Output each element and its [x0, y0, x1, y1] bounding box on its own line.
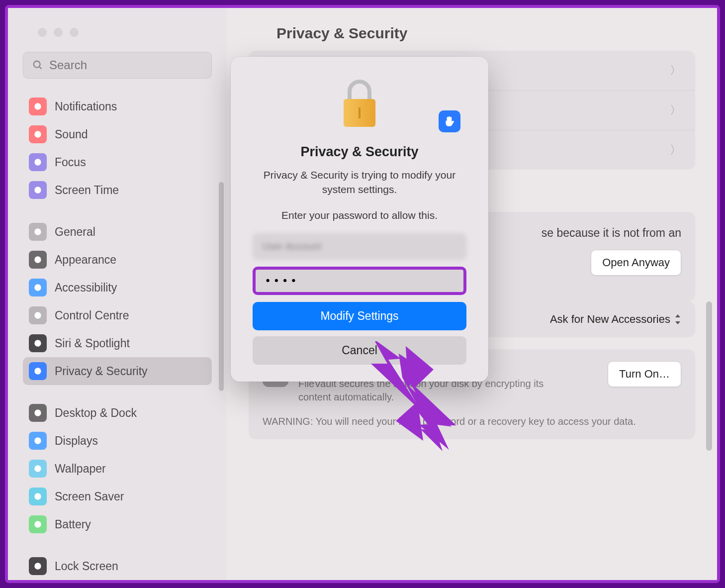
sidebar-item-label: Lock Screen — [55, 560, 118, 573]
speaker-icon — [29, 125, 47, 143]
svg-line-1 — [39, 67, 42, 69]
siri-icon — [29, 334, 47, 352]
auth-modal: Privacy & Security Privacy & Security is… — [231, 57, 488, 382]
sidebar-item-label: Appearance — [55, 253, 116, 267]
close-window-button[interactable] — [38, 28, 47, 37]
svg-point-2 — [34, 103, 41, 109]
sidebar-item-label: Control Centre — [55, 309, 129, 322]
sidebar-item-battery[interactable]: Battery — [23, 510, 212, 538]
svg-point-14 — [34, 465, 41, 472]
zoom-window-button[interactable] — [70, 28, 79, 37]
sidebar-item-privacy-security[interactable]: Privacy & Security — [23, 357, 212, 385]
modal-prompt: Enter your password to allow this. — [253, 208, 466, 222]
dock-icon — [29, 404, 47, 422]
sidebar-item-label: Privacy & Security — [55, 365, 148, 378]
main-header: Privacy & Security — [227, 8, 717, 51]
sidebar-item-accessibility[interactable]: Accessibility — [23, 274, 212, 301]
username-field[interactable]: User Account — [253, 233, 466, 260]
svg-point-3 — [34, 131, 41, 137]
svg-point-9 — [34, 312, 41, 318]
sidebar-item-displays[interactable]: Displays — [23, 427, 212, 455]
svg-point-4 — [34, 159, 41, 165]
svg-rect-20 — [359, 107, 361, 118]
sidebar-item-label: Focus — [55, 156, 86, 169]
svg-point-11 — [34, 368, 41, 374]
svg-point-17 — [34, 563, 41, 569]
bell-icon — [29, 98, 47, 115]
hand-icon — [29, 362, 47, 380]
sidebar-item-sound[interactable]: Sound — [23, 120, 212, 148]
accessibility-icon — [29, 279, 47, 296]
svg-point-8 — [34, 284, 41, 291]
chevron-right-icon: 〉 — [670, 142, 681, 158]
sidebar-item-label: Accessibility — [55, 281, 117, 294]
svg-point-7 — [34, 256, 41, 263]
sidebar-item-appearance[interactable]: Appearance — [23, 246, 212, 274]
sidebar-item-label: Wallpaper — [55, 462, 106, 476]
sidebar-item-label: General — [55, 225, 95, 239]
svg-point-15 — [34, 493, 41, 499]
svg-point-10 — [34, 340, 41, 346]
sidebar-item-label: Screen Time — [55, 184, 119, 197]
sidebar-scrollbar[interactable] — [219, 182, 224, 391]
cancel-button[interactable]: Cancel — [253, 336, 466, 365]
filevault-turn-on-button[interactable]: Turn On… — [608, 361, 681, 387]
battery-icon — [29, 515, 47, 533]
svg-point-0 — [34, 61, 40, 68]
sidebar-item-focus[interactable]: Focus — [23, 148, 212, 176]
main-scrollbar[interactable] — [706, 301, 712, 451]
page-title: Privacy & Security — [276, 25, 692, 42]
modal-title: Privacy & Security — [253, 144, 466, 160]
svg-point-5 — [34, 187, 41, 193]
switches-icon — [29, 306, 47, 324]
hourglass-icon — [29, 181, 47, 199]
search-icon — [32, 60, 43, 71]
chevron-right-icon: 〉 — [670, 63, 681, 78]
window-controls — [23, 18, 212, 52]
sidebar-item-siri-spotlight[interactable]: Siri & Spotlight — [23, 329, 212, 357]
sidebar-item-control-centre[interactable]: Control Centre — [23, 301, 212, 329]
gear-icon — [29, 223, 47, 241]
filevault-warning: WARNING: You will need your login passwo… — [263, 416, 681, 427]
sidebar-item-label: Displays — [55, 434, 98, 448]
sidebar: NotificationsSoundFocusScreen TimeGenera… — [8, 8, 227, 580]
search-input[interactable] — [49, 58, 202, 72]
sidebar-item-screen-time[interactable]: Screen Time — [23, 176, 212, 204]
lockscreen-icon — [29, 557, 47, 575]
flower-icon — [29, 460, 47, 478]
brightness-icon — [29, 432, 47, 450]
sidebar-item-label: Siri & Spotlight — [55, 337, 130, 350]
svg-point-12 — [34, 409, 41, 416]
sidebar-item-label: Screen Saver — [55, 490, 124, 503]
sidebar-item-notifications[interactable]: Notifications — [23, 93, 212, 120]
sidebar-item-screen-saver[interactable]: Screen Saver — [23, 483, 212, 510]
svg-point-16 — [34, 521, 41, 527]
accessories-select[interactable]: Ask for New Accessories — [550, 313, 681, 326]
lock-icon — [253, 77, 466, 131]
password-field[interactable]: •••• — [253, 267, 466, 295]
sidebar-item-general[interactable]: General — [23, 218, 212, 246]
chevron-updown-icon — [674, 314, 681, 324]
open-anyway-button[interactable]: Open Anyway — [591, 250, 681, 276]
sidebar-item-label: Notifications — [55, 100, 117, 113]
modal-message: Privacy & Security is trying to modify y… — [253, 168, 466, 197]
appearance-icon — [29, 251, 47, 269]
sidebar-item-desktop-dock[interactable]: Desktop & Dock — [23, 399, 212, 427]
modify-settings-button[interactable]: Modify Settings — [253, 302, 466, 330]
sidebar-item-wallpaper[interactable]: Wallpaper — [23, 455, 212, 483]
chevron-right-icon: 〉 — [670, 102, 681, 118]
svg-point-6 — [34, 228, 41, 235]
minimize-window-button[interactable] — [54, 28, 63, 37]
sidebar-item-label: Battery — [55, 518, 91, 531]
moon-icon — [29, 153, 47, 171]
sidebar-item-lock-screen[interactable]: Lock Screen — [23, 552, 212, 580]
sidebar-item-label: Desktop & Dock — [55, 406, 137, 420]
sidebar-item-label: Sound — [55, 128, 88, 141]
search-field[interactable] — [23, 52, 212, 79]
screensaver-icon — [29, 488, 47, 505]
svg-point-13 — [34, 437, 41, 444]
hand-badge-icon — [439, 110, 460, 132]
